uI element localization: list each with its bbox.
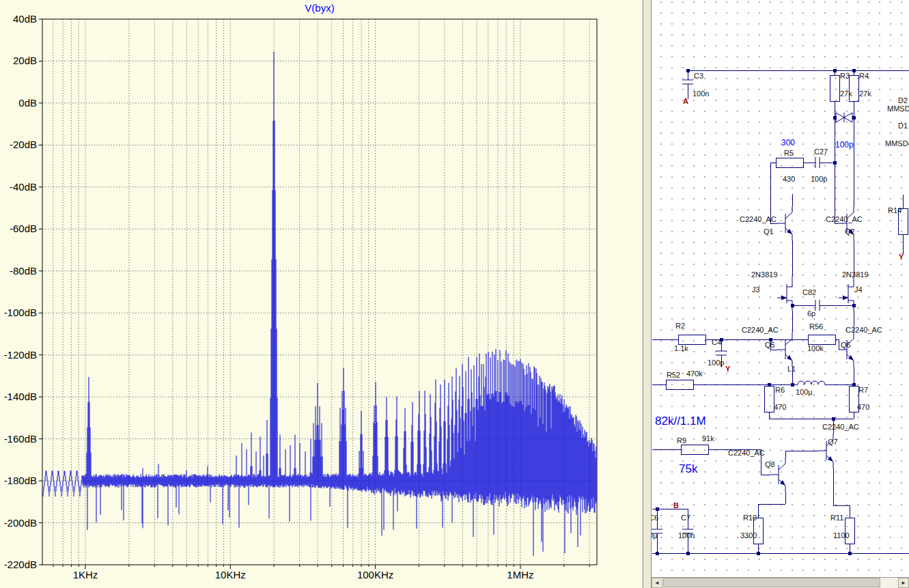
schematic-label[interactable]: C7 [681,514,690,522]
x-axis-labels: 1KHz10KHz100KHz1MHz [73,569,534,580]
schematic-label[interactable]: 100p [835,140,854,150]
waveform-pane: 40dB20dB0dB-20dB-40dB-60dB-80dB-100dB-12… [0,0,643,588]
fft-plot[interactable]: 40dB20dB0dB-20dB-40dB-60dB-80dB-100dB-12… [0,0,643,588]
schematic-label[interactable]: 91k [702,434,714,443]
component-D1-D2[interactable] [836,113,852,122]
schematic-label[interactable]: C2240_AC [826,215,863,223]
schematic-label[interactable]: R5 [784,149,794,157]
schematic-label[interactable]: B [673,501,679,509]
schematic-label[interactable]: 300 [781,138,795,148]
schematic-label[interactable]: Q2 [845,227,855,236]
component-Q1[interactable] [777,206,792,240]
schematic-label[interactable]: 100p [811,175,827,183]
component-R5[interactable] [776,158,803,167]
schematic-label[interactable]: C3 [694,72,703,80]
component-C3[interactable] [682,80,693,84]
component-C82[interactable] [815,300,820,311]
x-axis-label: 1MHz [507,569,533,580]
horizontal-scrollbar[interactable]: ◄ ► [652,577,909,588]
component-Q5[interactable] [777,333,792,367]
schematic-label[interactable]: R11 [830,514,843,522]
schematic-label[interactable]: C2240_AC [742,326,779,334]
schematic-label[interactable]: 430 [783,175,795,183]
schematic-label[interactable]: 470k [686,369,703,378]
schematic-label[interactable]: 50µ [652,531,658,540]
component-R52[interactable] [666,380,693,389]
schematic-label[interactable]: 100µ [796,388,813,396]
schematic-label[interactable]: R56 [809,322,823,331]
schematic-label[interactable]: C2240_AC [728,449,765,457]
component-R2[interactable] [678,335,705,344]
schematic-label[interactable]: 75k [679,462,698,475]
scroll-right-button[interactable]: ► [898,578,909,588]
x-axis-label: 10KHz [215,569,246,580]
schematic-label[interactable]: MMSD41 [885,139,909,148]
schematic-label[interactable]: 6p [807,309,815,318]
schematic-label[interactable]: MMSD414 [887,104,909,113]
schematic-label[interactable]: R7 [858,386,868,394]
schematic-label[interactable]: C2240_AC [822,423,859,431]
schematic-label[interactable]: C6 [652,514,658,522]
wires-layer [652,69,909,555]
schematic-label[interactable]: 100k [807,344,824,352]
component-R11[interactable] [845,518,854,544]
scroll-left-button[interactable]: ◄ [652,578,662,588]
component-C27[interactable] [815,157,820,168]
schematic-label[interactable]: C2240_AC [845,326,882,334]
schematic-label[interactable]: J4 [854,285,863,294]
schematic-label[interactable]: D1 [898,122,908,130]
component-R56[interactable] [808,335,835,344]
schematic-label[interactable]: Q6 [841,341,851,349]
scrollbar-track[interactable] [662,578,898,588]
schematic-label[interactable]: 3300 [740,531,757,540]
schematic-label[interactable]: L1 [787,365,796,373]
schematic-label[interactable]: A [683,97,688,105]
component-R9[interactable] [681,445,708,454]
fft-trace[interactable] [43,52,596,557]
schematic-label[interactable]: R14 [888,206,901,214]
schematic-label[interactable]: 2N3819 [751,270,778,279]
schematic-label[interactable]: Q7 [828,438,838,446]
component-Q6[interactable] [839,333,854,367]
schematic-label[interactable]: 1100 [833,531,850,540]
schematic-label[interactable]: R9 [677,436,686,445]
schematic-label[interactable]: J3 [752,285,760,294]
component-L1[interactable] [798,381,825,384]
schematic-label[interactable]: 27k [840,89,852,98]
plot-trace-title[interactable]: V(byx) [42,2,597,14]
schematic-label[interactable]: R3 [840,72,850,80]
y-axis-label: -120dB [4,349,37,361]
pane-splitter[interactable] [643,0,652,588]
schematic-label[interactable]: 100p [708,359,724,367]
schematic-label[interactable]: Y [725,365,731,373]
schematic-label[interactable]: R6 [775,386,785,394]
schematic-label[interactable]: 100n [678,531,695,540]
schematic-label[interactable]: R10 [743,514,757,522]
schematic-label[interactable]: C4 [712,338,721,346]
component-C4[interactable] [716,351,727,355]
schematic-label[interactable]: R52 [667,371,680,379]
schematic-canvas[interactable]: C3100nR327kR427kD2MMSD414D1MMSD41300100p… [652,0,909,588]
schematic-label[interactable]: R4 [859,72,869,80]
schematic-label[interactable]: 82k//1.1M [655,415,706,428]
component-R6[interactable] [764,386,774,412]
schematic-label[interactable]: Q1 [764,227,774,236]
schematic-label[interactable]: R2 [675,322,685,330]
schematic-label[interactable]: 1.1k [674,344,688,352]
component-R3[interactable] [830,75,839,101]
schematic-label[interactable]: D2 [898,96,908,104]
scrollbar-thumb[interactable] [663,578,880,587]
schematic-label[interactable]: 470 [774,403,786,411]
schematic-label[interactable]: C2240_AC [740,215,777,223]
schematic-label[interactable]: 27k [859,89,871,98]
schematic-label[interactable]: Y [899,253,904,261]
schematic-label[interactable]: C82 [802,288,816,296]
component-J3[interactable] [777,277,792,311]
schematic-label[interactable]: Q8 [765,460,775,468]
schematic-label[interactable]: 100n [693,89,709,98]
schematic-label[interactable]: Q5 [765,341,775,349]
schematic-label[interactable]: C27 [814,148,828,156]
labels-layer[interactable]: C3100nR327kR427kD2MMSD414D1MMSD41300100p… [652,72,909,540]
schematic-label[interactable]: 470 [857,403,869,411]
schematic-label[interactable]: 2N3819 [842,270,869,279]
